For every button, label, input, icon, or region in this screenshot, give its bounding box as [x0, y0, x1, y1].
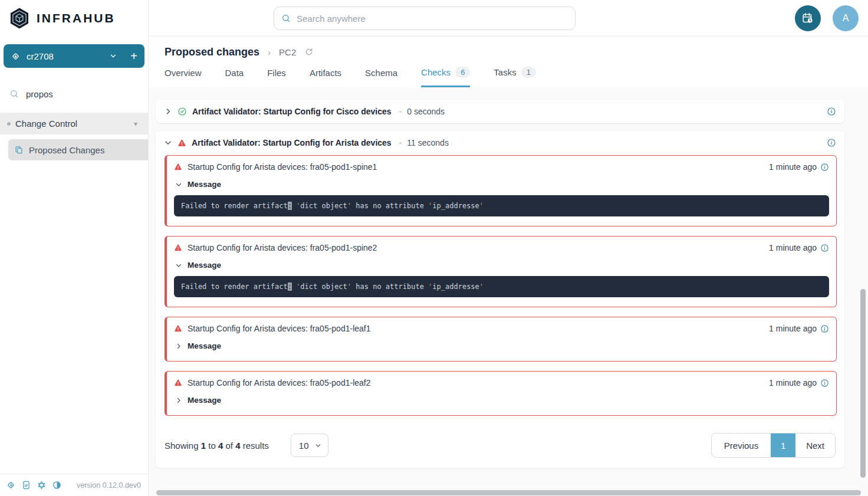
check-item-header: Startup Config for Arista devices: fra05… [167, 236, 836, 252]
message-toggle[interactable]: Message [167, 252, 836, 270]
info-icon[interactable] [820, 244, 829, 252]
info-icon[interactable] [820, 324, 829, 333]
console-text: 'dict object' has no attribute 'ip_addre… [292, 283, 484, 291]
sidebar: INFRAHUB cr2708 + ✕ Ch [0, 0, 149, 496]
checks-count-badge: 6 [455, 67, 470, 78]
checks-panel: Artifact Validator: Startup Config for C… [149, 87, 868, 496]
error-console: Failed to render artifact: 'dict object'… [174, 276, 829, 297]
sidebar-search-input[interactable] [26, 89, 143, 99]
error-warning-icon [174, 324, 182, 333]
pagination: Showing 1 to 4 of 4 results 10 Previous … [156, 425, 844, 468]
tab-overview[interactable]: Overview [165, 68, 202, 87]
tab-label: Data [225, 68, 244, 78]
info-icon[interactable] [820, 163, 829, 172]
global-search-input[interactable] [297, 14, 568, 24]
graphql-icon[interactable] [37, 480, 47, 490]
branch-name: cr2708 [27, 51, 54, 61]
separator-dash: - [399, 107, 402, 116]
info-icon[interactable] [820, 379, 829, 387]
breadcrumb-current[interactable]: PC2 [279, 47, 296, 57]
tab-label: Checks [421, 67, 451, 77]
pager: Previous 1 Next [711, 433, 836, 458]
check-meta: 1 minute ago [769, 162, 829, 172]
message-label: Message [188, 341, 221, 350]
chevron-down-icon [175, 262, 182, 269]
check-item-header: Startup Config for Arista devices: fra05… [167, 372, 836, 387]
check-timestamp: 1 minute ago [769, 378, 817, 387]
horizontal-scrollbar[interactable] [156, 490, 861, 495]
tab-label: Artifacts [310, 68, 341, 78]
chevron-down-icon [175, 181, 182, 188]
check-meta: 1 minute ago [769, 324, 829, 333]
validator-header[interactable]: Artifact Validator: Startup Config for A… [156, 131, 844, 155]
avatar[interactable]: A [833, 5, 859, 31]
caret-down-icon: ▾ [134, 120, 137, 128]
error-warning-icon [174, 244, 182, 252]
validator-duration: 0 seconds [407, 107, 445, 116]
summary-from: 1 [201, 441, 206, 451]
tab-schema[interactable]: Schema [365, 68, 397, 87]
global-search [274, 6, 576, 30]
sidebar-section-change-control[interactable]: Change Control ▾ [0, 113, 148, 134]
check-name: Startup Config for Arista devices: fra05… [188, 378, 371, 387]
refresh-icon[interactable] [304, 47, 314, 57]
info-icon[interactable] [827, 138, 836, 147]
next-page-button[interactable]: Next [795, 433, 835, 457]
page-size-select[interactable]: 10 [291, 433, 328, 457]
branch-selector[interactable]: cr2708 + [4, 44, 144, 68]
tab-files[interactable]: Files [267, 68, 286, 87]
tab-artifacts[interactable]: Artifacts [310, 68, 341, 87]
validator-title: Artifact Validator: Startup Config for C… [192, 107, 392, 116]
swagger-icon[interactable] [52, 480, 62, 490]
docs-icon[interactable] [21, 480, 31, 490]
validator-header[interactable]: Artifact Validator: Startup Config for C… [156, 100, 844, 123]
results-summary: Showing 1 to 4 of 4 results [165, 441, 269, 451]
check-item-spine2: Startup Config for Arista devices: fra05… [165, 236, 837, 307]
breadcrumb: Proposed changes › PC2 [165, 37, 868, 58]
tab-data[interactable]: Data [225, 68, 244, 87]
tab-checks[interactable]: Checks 6 [421, 67, 470, 87]
message-toggle[interactable]: Message [167, 172, 836, 189]
page-size-value: 10 [299, 441, 309, 451]
summary-text: Showing [165, 441, 201, 451]
tab-tasks[interactable]: Tasks 1 [494, 67, 536, 87]
main-area: A Proposed changes › PC2 Overview Data F… [149, 0, 868, 496]
tab-label: Tasks [494, 67, 516, 77]
branch-diamond-icon[interactable] [6, 480, 16, 490]
info-icon[interactable] [827, 107, 836, 116]
check-name: Startup Config for Arista devices: fra05… [188, 324, 371, 333]
chevron-right-icon [175, 397, 182, 404]
console-text: Failed to render artifact [181, 283, 288, 291]
summary-to: 4 [218, 441, 223, 451]
add-branch-button[interactable]: + [123, 50, 137, 62]
console-cursor: : [288, 202, 292, 210]
check-item-header: Startup Config for Arista devices: fra05… [167, 156, 836, 172]
message-toggle[interactable]: Message [167, 333, 836, 350]
chevron-right-icon[interactable] [164, 107, 172, 116]
tasks-count-badge: 1 [521, 67, 536, 78]
logo-text: INFRAHUB [37, 11, 116, 25]
error-warning-icon [174, 163, 182, 171]
check-item-header: Startup Config for Arista devices: fra05… [167, 317, 836, 333]
check-items: Startup Config for Arista devices: fra05… [156, 155, 844, 416]
separator-dash: - [399, 138, 402, 147]
section-bullet-icon [7, 122, 11, 126]
check-item-spine1: Startup Config for Arista devices: fra05… [165, 155, 837, 226]
logo[interactable]: INFRAHUB [0, 0, 148, 37]
page-1-button[interactable]: 1 [771, 433, 795, 457]
console-text: 'dict object' has no attribute 'ip_addre… [292, 202, 484, 210]
check-timestamp: 1 minute ago [769, 324, 817, 333]
tab-label: Schema [365, 68, 397, 78]
time-travel-button[interactable] [795, 5, 821, 31]
tabs: Overview Data Files Artifacts Schema Che… [165, 58, 868, 87]
message-toggle[interactable]: Message [167, 387, 836, 405]
chevron-down-icon[interactable] [109, 52, 117, 60]
sidebar-item-proposed-changes[interactable]: Proposed Changes [8, 139, 148, 160]
calendar-clock-icon [801, 12, 814, 25]
chevron-down-icon[interactable] [164, 139, 172, 147]
breadcrumb-separator: › [268, 47, 271, 57]
success-check-icon [177, 107, 187, 116]
sidebar-footer: version 0.12.0.dev0 [0, 474, 148, 496]
vertical-scrollbar[interactable] [860, 289, 866, 478]
previous-page-button[interactable]: Previous [712, 433, 771, 457]
